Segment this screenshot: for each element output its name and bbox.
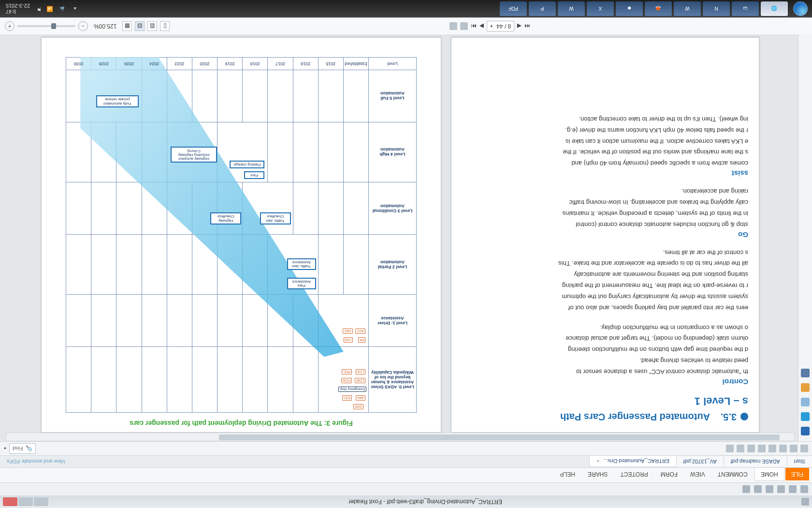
qat-print-icon[interactable] bbox=[777, 485, 785, 493]
task-app-6[interactable]: ◆ bbox=[616, 1, 643, 16]
window-minimize[interactable] bbox=[34, 497, 48, 506]
page-number-box[interactable]: 8 / 44▾ bbox=[487, 21, 514, 31]
doc-tab-start[interactable]: Start bbox=[787, 456, 812, 467]
tray-volume-icon[interactable]: 🔈 bbox=[58, 5, 65, 12]
find-placeholder: Find bbox=[13, 446, 23, 451]
window-close[interactable] bbox=[3, 497, 17, 506]
row-level3: Level 3 Conditional Automation bbox=[369, 182, 417, 235]
zoom-in-icon[interactable]: + bbox=[5, 21, 14, 31]
qat-email-icon[interactable] bbox=[766, 485, 773, 493]
foxit-reader-window: ERTRAC_Automated-Driving_draft3-web.pdf … bbox=[0, 17, 812, 508]
single-page-view-icon[interactable]: ▯ bbox=[160, 21, 170, 31]
rotate-right-icon[interactable] bbox=[737, 445, 744, 452]
row-level4: Level 4 High Automation bbox=[369, 122, 417, 182]
chart-grid: Level 0: ADAS Driver Assistance & human … bbox=[66, 57, 417, 413]
chevron-down-icon[interactable]: ▾ bbox=[4, 446, 6, 451]
ribbon-tab-share[interactable]: SHARE bbox=[582, 468, 613, 480]
task-app-foxit[interactable]: PDF bbox=[500, 1, 527, 16]
pages-panel-icon[interactable] bbox=[801, 412, 810, 421]
layers-icon[interactable] bbox=[801, 369, 810, 377]
zoom-slider[interactable] bbox=[17, 25, 75, 27]
row-level0: Level 0: ADAS Driver Assistance & human … bbox=[369, 347, 417, 413]
continuous-page-icon[interactable]: ▥ bbox=[147, 21, 157, 31]
task-app-4[interactable]: W bbox=[674, 1, 701, 16]
doc-tab-av13702[interactable]: AV_13702.pdf bbox=[676, 456, 724, 467]
scroll-thumb[interactable] bbox=[219, 434, 780, 440]
page-canvas[interactable]: 3.5. Automated Passenger Cars Path s – L… bbox=[6, 38, 795, 433]
zoom-value: 125.00% bbox=[94, 23, 116, 30]
window-titlebar: ERTRAC_Automated-Driving_draft3-web.pdf … bbox=[0, 495, 812, 508]
ribbon-tab-view[interactable]: VIEW bbox=[684, 468, 711, 480]
document-tabs: Start ADASE roadmap.pdf AV_13702.pdf ERT… bbox=[0, 455, 812, 467]
task-app-8[interactable]: W bbox=[558, 1, 585, 16]
zoom-out-icon[interactable]: − bbox=[78, 21, 88, 31]
rotate-left-icon[interactable] bbox=[747, 445, 755, 452]
qat-redo-icon[interactable] bbox=[742, 485, 750, 493]
task-app-1[interactable]: 🌐 bbox=[761, 1, 788, 16]
row-level1: Level 1: Driver Assistance bbox=[369, 295, 417, 347]
tray-chevron-icon[interactable]: ▴ bbox=[70, 5, 76, 12]
window-title: ERTRAC_Automated-Driving_draft3-web.pdf … bbox=[348, 498, 502, 505]
taskbar-clock[interactable]: 9:47 22-3-2015 bbox=[6, 3, 30, 15]
find-strip: 🔍 Find ▾ bbox=[0, 441, 812, 455]
document-viewport: 3.5. Automated Passenger Cars Path s – L… bbox=[0, 34, 812, 441]
window-maximize[interactable] bbox=[18, 497, 33, 506]
pdf-page-right: Figure 3: The Automated Driving deployme… bbox=[41, 37, 441, 433]
tray-action-icon[interactable]: ⚑ bbox=[35, 5, 42, 12]
side-panel-strip bbox=[798, 34, 812, 441]
ribbon-tab-form[interactable]: FORM bbox=[655, 468, 683, 480]
figure-caption: Figure 3: The Automated Driving deployme… bbox=[42, 419, 441, 427]
heading-bullet-icon bbox=[740, 413, 748, 421]
typewriter-icon[interactable] bbox=[768, 445, 776, 452]
zoom-thumb[interactable] bbox=[51, 23, 56, 29]
row-level2: Level 2 Partial Automation bbox=[369, 234, 417, 295]
page-next-icon[interactable]: ▶ bbox=[479, 23, 484, 30]
tagline-text: View and annotate PDFs bbox=[0, 459, 65, 464]
page-first-icon[interactable]: ⏮ bbox=[524, 23, 530, 30]
windows-taskbar: 🌐 🗂 N W 🦊 ◆ X W P PDF ▴ 🔈 📶 ⚑ 9:47 22-3-… bbox=[0, 0, 812, 17]
row-level5: Level 5 Full Automation bbox=[369, 70, 417, 122]
task-app-5[interactable]: 🦊 bbox=[645, 1, 672, 16]
ribbon-tab-file[interactable]: FILE bbox=[785, 468, 809, 480]
status-toolbar: ⏮ ◀ 8 / 44▾ ▶ ⏭ ▯ ▥ ▤ ▦ 125.00% − + bbox=[0, 17, 812, 34]
snapshot-tool-icon[interactable] bbox=[779, 445, 787, 452]
qat-save-icon[interactable] bbox=[789, 485, 797, 493]
qat-open-icon[interactable] bbox=[800, 485, 808, 493]
qat-undo-icon[interactable] bbox=[754, 485, 762, 493]
continuous-view-icon[interactable] bbox=[460, 22, 468, 30]
app-icon bbox=[801, 498, 809, 506]
stamp-icon[interactable] bbox=[726, 445, 734, 452]
find-box[interactable]: 🔍 Find bbox=[9, 443, 36, 454]
quick-access-toolbar bbox=[0, 482, 812, 495]
tray-network-icon[interactable]: 📶 bbox=[46, 5, 53, 12]
task-app-9[interactable]: P bbox=[529, 1, 556, 16]
attachments-icon[interactable] bbox=[801, 398, 810, 406]
doc-tab-ertrac[interactable]: ERTRAC_Automated-Driv...× bbox=[589, 456, 676, 467]
page-last-icon[interactable]: ⏭ bbox=[471, 23, 477, 30]
hand-tool-icon[interactable] bbox=[800, 445, 808, 452]
task-app-2[interactable]: 🗂 bbox=[732, 1, 759, 16]
windows-orb-icon bbox=[793, 1, 808, 16]
deployment-chart: Level 0: ADAS Driver Assistance & human … bbox=[66, 57, 417, 413]
doc-tab-adase[interactable]: ADASE roadmap.pdf bbox=[724, 456, 787, 467]
highlight-icon[interactable] bbox=[758, 445, 766, 452]
task-app-7[interactable]: X bbox=[587, 1, 614, 16]
select-tool-icon[interactable] bbox=[790, 445, 798, 452]
close-tab-icon[interactable]: × bbox=[596, 459, 599, 464]
pdf-page-left: 3.5. Automated Passenger Cars Path s – L… bbox=[451, 37, 759, 433]
page-prev-icon[interactable]: ◀ bbox=[517, 23, 522, 30]
task-app-3[interactable]: N bbox=[703, 1, 730, 16]
ribbon-tab-protect[interactable]: PROTECT bbox=[614, 468, 653, 480]
ribbon-tab-help[interactable]: HELP bbox=[554, 468, 581, 480]
ribbon-tab-home[interactable]: HOME bbox=[754, 468, 784, 481]
signatures-icon[interactable] bbox=[801, 383, 810, 392]
horizontal-scrollbar[interactable] bbox=[6, 433, 795, 441]
fullscreen-icon[interactable] bbox=[450, 22, 457, 30]
start-button[interactable] bbox=[789, 0, 812, 17]
continuous-facing-icon[interactable]: ▦ bbox=[122, 21, 132, 31]
ribbon-tab-comment[interactable]: COMMENT bbox=[712, 468, 754, 480]
system-tray: ▴ 🔈 📶 ⚑ 9:47 22-3-2015 bbox=[0, 3, 76, 15]
facing-view-icon[interactable]: ▤ bbox=[135, 21, 145, 31]
search-icon: 🔍 bbox=[26, 446, 32, 452]
bookmarks-icon[interactable] bbox=[801, 427, 810, 435]
